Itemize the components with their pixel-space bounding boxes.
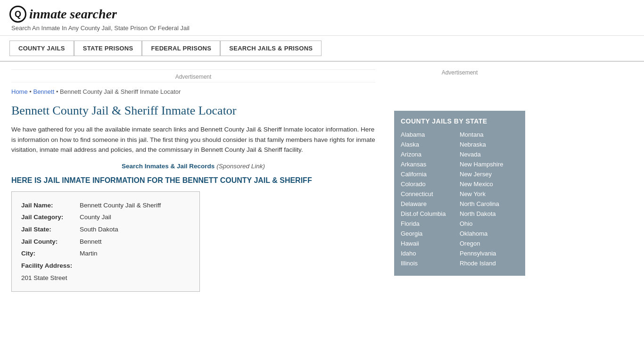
jail-state-row: Jail State: South Dakota — [21, 223, 190, 236]
state-link-right[interactable]: New Mexico — [460, 179, 519, 189]
state-link-left[interactable]: Georgia — [401, 229, 460, 239]
state-link-left[interactable]: Florida — [401, 219, 460, 229]
state-link-right[interactable]: Rhode Island — [460, 258, 519, 268]
state-link-right[interactable]: New Jersey — [460, 169, 519, 179]
tagline: Search An Inmate In Any County Jail, Sta… — [11, 25, 635, 32]
nav-state-prisons[interactable]: STATE PRISONS — [74, 41, 142, 56]
breadcrumb-home[interactable]: Home — [11, 88, 28, 95]
info-heading: HERE IS JAIL INMATE INFORMATION FOR THE … — [11, 176, 375, 185]
state-link-left[interactable]: Colorado — [401, 179, 460, 189]
state-link-left[interactable]: Alaska — [401, 140, 460, 149]
state-link-right[interactable]: Oregon — [460, 239, 519, 248]
state-link-right[interactable]: Nevada — [460, 149, 519, 159]
state-link-right[interactable]: Oklahoma — [460, 229, 519, 239]
states-left-col: AlabamaAlaskaArizonaArkansasCaliforniaCo… — [401, 130, 460, 268]
nav-bar: COUNTY JAILS STATE PRISONS FEDERAL PRISO… — [0, 36, 644, 62]
sidebar-ad: Advertisement — [394, 66, 525, 104]
content-wrapper: Advertisement Home • Bennett • Bennett C… — [0, 62, 644, 299]
ad-banner: Advertisement — [11, 69, 375, 82]
search-inmates-link[interactable]: Search Inmates & Jail Records — [122, 163, 215, 170]
state-link-left[interactable]: California — [401, 169, 460, 179]
state-link-right[interactable]: Montana — [460, 130, 519, 140]
intro-text: We have gathered for you all the availab… — [11, 124, 375, 155]
jail-county-label: Jail County: — [21, 236, 78, 248]
city-row: City: Martin — [21, 247, 190, 260]
county-jails-title: COUNTY JAILS BY STATE — [401, 117, 519, 125]
state-link-right[interactable]: New York — [460, 189, 519, 199]
logo-text: inmate searcher — [29, 7, 117, 22]
state-link-left[interactable]: Illinois — [401, 258, 460, 268]
facility-address-value: 201 State Street — [21, 272, 67, 284]
jail-name-row: Jail Name: Bennett County Jail & Sheriff — [21, 199, 190, 212]
state-link-right[interactable]: New Hampshire — [460, 159, 519, 169]
sponsored-label: (Sponsored Link) — [216, 163, 265, 170]
facility-address-label: Facility Address: — [21, 260, 78, 272]
state-link-right[interactable]: Nebraska — [460, 140, 519, 149]
state-link-left[interactable]: Arizona — [401, 149, 460, 159]
jail-category-value: County Jail — [80, 211, 111, 223]
breadcrumb: Home • Bennett • Bennett County Jail & S… — [11, 88, 375, 95]
jail-category-label: Jail Category: — [21, 211, 78, 223]
site-header: Q inmate searcher Search An Inmate In An… — [0, 0, 644, 36]
jail-name-label: Jail Name: — [21, 199, 78, 212]
state-link-left[interactable]: Dist.of Columbia — [401, 209, 460, 219]
jail-county-value: Bennett — [80, 236, 102, 248]
breadcrumb-bennett[interactable]: Bennett — [33, 88, 54, 95]
sidebar: Advertisement COUNTY JAILS BY STATE Alab… — [387, 62, 533, 299]
state-link-left[interactable]: Connecticut — [401, 189, 460, 199]
state-link-left[interactable]: Delaware — [401, 199, 460, 209]
facility-address-value-row: 201 State Street — [21, 272, 190, 284]
nav-search-jails[interactable]: SEARCH JAILS & PRISONS — [220, 41, 322, 56]
state-link-right[interactable]: North Dakota — [460, 209, 519, 219]
nav-federal-prisons[interactable]: FEDERAL PRISONS — [142, 41, 220, 56]
city-value: Martin — [80, 247, 98, 260]
states-grid: AlabamaAlaskaArizonaArkansasCaliforniaCo… — [401, 130, 519, 268]
nav-county-jails[interactable]: COUNTY JAILS — [9, 41, 74, 56]
jail-name-value: Bennett County Jail & Sheriff — [80, 199, 161, 212]
logo-icon: Q — [9, 6, 26, 23]
state-link-right[interactable]: North Carolina — [460, 199, 519, 209]
facility-address-row: Facility Address: — [21, 260, 190, 272]
jail-info-box: Jail Name: Bennett County Jail & Sheriff… — [11, 191, 200, 292]
jail-category-row: Jail Category: County Jail — [21, 211, 190, 223]
page-title: Bennett County Jail & Sheriff Inmate Loc… — [11, 104, 375, 118]
states-right-col: MontanaNebraskaNevadaNew HampshireNew Je… — [460, 130, 519, 268]
state-link-right[interactable]: Pennsylvania — [460, 248, 519, 258]
jail-state-value: South Dakota — [80, 223, 118, 236]
logo-area: Q inmate searcher — [9, 6, 635, 23]
state-link-left[interactable]: Alabama — [401, 130, 460, 140]
county-jails-by-state-box: COUNTY JAILS BY STATE AlabamaAlaskaArizo… — [394, 111, 525, 276]
state-link-left[interactable]: Idaho — [401, 248, 460, 258]
jail-county-row: Jail County: Bennett — [21, 236, 190, 248]
main-content: Advertisement Home • Bennett • Bennett C… — [0, 62, 387, 299]
state-link-left[interactable]: Arkansas — [401, 159, 460, 169]
state-link-left[interactable]: Hawaii — [401, 239, 460, 248]
jail-state-label: Jail State: — [21, 223, 78, 236]
state-link-right[interactable]: Ohio — [460, 219, 519, 229]
city-label: City: — [21, 247, 78, 260]
search-link: Search Inmates & Jail Records (Sponsored… — [11, 163, 375, 170]
breadcrumb-current: Bennett County Jail & Sheriff Inmate Loc… — [60, 88, 181, 95]
